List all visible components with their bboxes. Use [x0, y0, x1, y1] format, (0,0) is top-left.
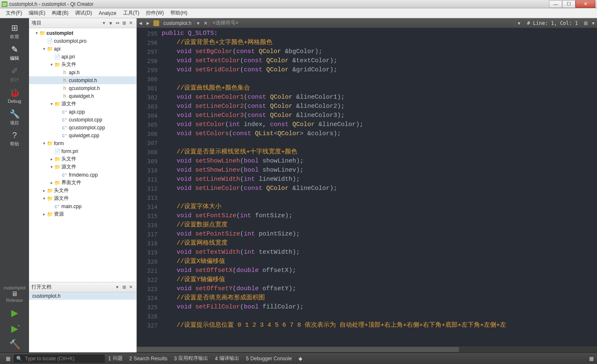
line-number-gutter: 2952962972982993003013023033043053063073… — [137, 28, 162, 346]
menu-item[interactable]: 构建(B) — [49, 10, 72, 17]
tree-item[interactable]: ▸📁资源 — [29, 210, 136, 218]
dropdown-icon[interactable]: ▾ — [114, 284, 121, 290]
mode-Debug[interactable]: 🐞Debug — [2, 85, 27, 106]
close-file-icon[interactable]: ✕ — [202, 20, 209, 26]
open-doc-item[interactable]: customplot.h — [29, 292, 136, 300]
output-pane-4[interactable]: 4 编译输出 — [211, 355, 243, 362]
tree-item[interactable]: 📄customplot.pro — [29, 37, 136, 45]
tree-item[interactable]: ▾📁头文件 — [29, 61, 136, 68]
split-dropdown-icon[interactable]: ▾ — [590, 20, 597, 26]
split-icon[interactable]: ⊞ — [121, 20, 127, 26]
tree-item[interactable]: ▾📁form — [29, 139, 136, 147]
tree-item[interactable]: ▾📁源文件 — [29, 100, 136, 108]
close-panel-icon[interactable]: ✕ — [127, 20, 134, 26]
menu-item[interactable]: 控件(W) — [143, 10, 167, 17]
tree-item[interactable]: ▸📁界面文件 — [29, 179, 136, 187]
menu-item[interactable]: Analyze — [95, 10, 120, 16]
window-minimize-button[interactable]: — — [549, 0, 562, 8]
run-button[interactable]: ▶ — [11, 305, 18, 321]
kit-config: Release — [3, 298, 25, 303]
kit-project: customplot — [3, 285, 25, 290]
output-pane-2[interactable]: 2 Search Results — [126, 355, 171, 362]
menu-item[interactable]: 文件(F) — [2, 10, 25, 17]
menu-item[interactable]: 工具(T) — [120, 10, 143, 17]
nav-back-button[interactable]: ◄ — [137, 20, 144, 26]
output-pane-toggle[interactable]: ▦ — [2, 356, 14, 362]
bottom-output-bar: ▦ 🔍 Type to locate (Ctrl+K) 1 问题2 Search… — [0, 352, 597, 364]
project-panel-title: 项目 — [32, 19, 101, 27]
locator-placeholder: Type to locate (Ctrl+K) — [25, 356, 75, 362]
tree-item[interactable]: 📄api.pri — [29, 53, 136, 61]
line-col-indicator[interactable]: # Line: 1, Col: 1 — [523, 20, 582, 26]
mode-项目[interactable]: 🔧项目 — [2, 107, 27, 128]
menu-bar: 文件(F)编辑(E)构建(B)调试(D)Analyze工具(T)控件(W)帮助(… — [0, 8, 597, 18]
window-titlebar: Qt customplot.h - customplot - Qt Creato… — [0, 0, 597, 8]
editor-toolbar: ◄ ► customplot.h ▾ ✕ <选择符号> ▾ # Line: 1,… — [137, 18, 597, 28]
mode-bar: ⊞欢迎✎编辑✐设计🐞Debug🔧项目?帮助 customplot 🖥 Relea… — [0, 18, 29, 352]
tree-item[interactable]: ▾📁源文件 — [29, 163, 136, 171]
tree-item[interactable]: hapi.h — [29, 68, 136, 76]
crumb-dropdown-icon[interactable]: ▾ — [194, 20, 202, 26]
code-content[interactable]: public Q_SLOTS: //设置背景色+文字颜色+网格颜色 void s… — [162, 28, 597, 346]
mode-设计[interactable]: ✐设计 — [2, 64, 27, 85]
output-pane-3[interactable]: 3 应用程序输出 — [171, 355, 212, 362]
sidebar-toggle-icon[interactable]: ▦ — [588, 356, 595, 362]
window-title: customplot.h - customplot - Qt Creator — [9, 1, 549, 7]
window-maximize-button[interactable]: ☐ — [562, 0, 575, 8]
link-icon[interactable]: ⇔ — [114, 20, 121, 26]
project-panel-header: 项目 ▾ ▼ ⇔ ⊞ ✕ — [29, 18, 136, 28]
locator-input[interactable]: 🔍 Type to locate (Ctrl+K) — [14, 354, 105, 363]
project-tree[interactable]: ▾📁customplot📄customplot.pro▾📁api📄api.pri… — [29, 28, 136, 282]
horizontal-scrollbar[interactable] — [137, 346, 597, 352]
split-icon[interactable]: ⊞ — [121, 284, 127, 290]
tree-item[interactable]: c⁺qcustomplot.cpp — [29, 124, 136, 131]
code-editor[interactable]: 2952962972982993003013023033043053063073… — [137, 28, 597, 346]
tree-item[interactable]: c⁺customplot.cpp — [29, 116, 136, 124]
symbol-dropdown-icon[interactable]: ▾ — [515, 20, 523, 26]
current-file-crumb[interactable]: customplot.h — [161, 20, 194, 26]
symbol-selector[interactable]: <选择符号> — [209, 19, 515, 27]
tree-item[interactable]: hquiwidget.h — [29, 92, 136, 100]
tree-item[interactable]: ▾📁customplot — [29, 29, 136, 37]
tree-item[interactable]: c⁺api.cpp — [29, 108, 136, 116]
panes-dropdown-icon[interactable]: ◆ — [295, 356, 306, 362]
tree-item[interactable]: ▸📁头文件 — [29, 187, 136, 194]
mode-欢迎[interactable]: ⊞欢迎 — [2, 21, 27, 41]
output-pane-5[interactable]: 5 Debugger Console — [243, 355, 295, 362]
build-button[interactable]: 🔨 — [9, 337, 20, 352]
tree-item[interactable]: hcustomplot.h — [29, 76, 136, 84]
tree-item[interactable]: ▾📁api — [29, 45, 136, 53]
tree-item[interactable]: c⁺frmdemo.cpp — [29, 171, 136, 179]
mode-编辑[interactable]: ✎编辑 — [2, 42, 27, 63]
file-type-icon — [153, 20, 159, 26]
tree-item[interactable]: hqcustomplot.h — [29, 84, 136, 92]
mode-帮助[interactable]: ?帮助 — [2, 129, 27, 149]
output-pane-1[interactable]: 1 问题 — [105, 355, 126, 362]
search-icon: 🔍 — [16, 356, 22, 362]
tree-item[interactable]: ▾📁源文件 — [29, 194, 136, 202]
menu-item[interactable]: 帮助(H) — [167, 10, 191, 17]
side-panel: 项目 ▾ ▼ ⇔ ⊞ ✕ ▾📁customplot📄customplot.pro… — [29, 18, 137, 352]
filter-icon[interactable]: ▼ — [107, 21, 114, 26]
menu-item[interactable]: 调试(D) — [72, 10, 95, 17]
tree-item[interactable]: 📄form.pri — [29, 147, 136, 155]
dropdown-icon[interactable]: ▾ — [101, 20, 107, 26]
menu-item[interactable]: 编辑(E) — [25, 10, 49, 17]
tree-item[interactable]: ▸📁头文件 — [29, 155, 136, 163]
kit-selector[interactable]: customplot 🖥 Release — [3, 283, 25, 305]
app-icon: Qt — [2, 1, 7, 7]
debug-run-button[interactable]: ▶• — [11, 321, 18, 337]
tree-item[interactable]: c⁺quiwidget.cpp — [29, 131, 136, 139]
open-docs-title: 打开文档 — [32, 284, 114, 291]
open-documents-panel: 打开文档 ▾ ⊞ ✕ customplot.h — [29, 282, 136, 352]
editor-area: ◄ ► customplot.h ▾ ✕ <选择符号> ▾ # Line: 1,… — [137, 18, 597, 352]
window-close-button[interactable]: ✕ — [575, 0, 595, 8]
tree-item[interactable]: c⁺main.cpp — [29, 202, 136, 210]
nav-forward-button[interactable]: ► — [144, 20, 152, 26]
close-panel-icon[interactable]: ✕ — [127, 284, 134, 290]
split-editor-icon[interactable]: ⊞ — [582, 20, 590, 26]
